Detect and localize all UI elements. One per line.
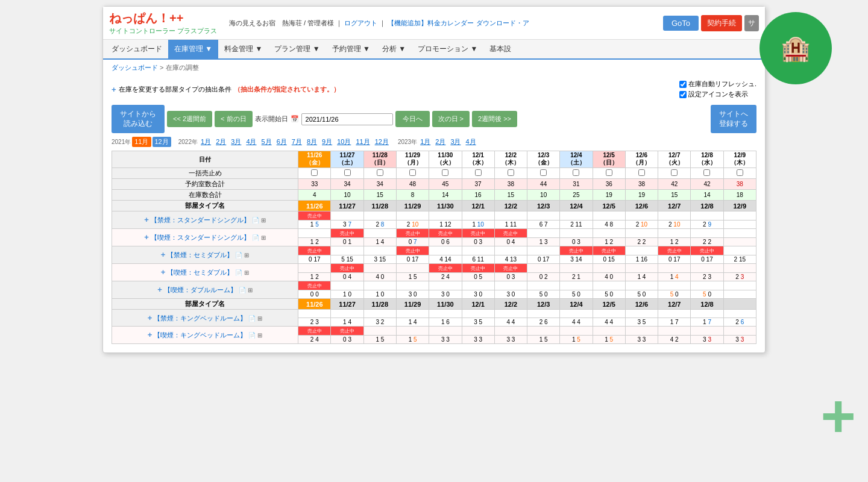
- room4-n-121[interactable]: 0 5: [462, 273, 494, 281]
- room3-n-1128[interactable]: 3 15: [363, 255, 396, 264]
- ichikatu-121[interactable]: [462, 168, 494, 179]
- room1-n-126[interactable]: 2 10: [625, 221, 658, 229]
- room1-n-123[interactable]: 6 7: [527, 221, 560, 229]
- room2-name[interactable]: 【喫煙：スタンダードシングル】: [151, 234, 250, 241]
- room7-expand-button[interactable]: +: [148, 330, 153, 339]
- contract-button[interactable]: 契約手続: [701, 15, 742, 31]
- room1-n-122[interactable]: 1 11: [494, 221, 527, 229]
- room2-expand-button[interactable]: +: [144, 233, 149, 242]
- room7-soldout-1127[interactable]: 売止中: [331, 327, 363, 336]
- room5-n-128[interactable]: 5 0: [691, 290, 723, 299]
- room6-n-1129[interactable]: 1 4: [396, 318, 429, 327]
- room1-n-121[interactable]: 1 10: [462, 221, 494, 229]
- room2-soldout-122[interactable]: 売止中: [494, 229, 527, 238]
- room3-soldout-128[interactable]: 売止中: [691, 246, 723, 255]
- 2weeks-next-button[interactable]: 2週間後 >>: [472, 111, 517, 127]
- room7-n-1126[interactable]: 2 4: [298, 336, 331, 344]
- room7-n-126[interactable]: 3 3: [625, 336, 658, 344]
- nav-dashboard[interactable]: ダッシュボード: [105, 40, 168, 58]
- room4-n-125[interactable]: 4 0: [593, 273, 625, 281]
- room2-n-1126[interactable]: 1 2: [298, 238, 331, 246]
- room6-n-1127[interactable]: 1 4: [331, 318, 363, 327]
- month-2023-4[interactable]: 4月: [464, 137, 478, 147]
- month-2022-10[interactable]: 10月: [335, 137, 353, 147]
- show-icon-checkbox[interactable]: [679, 91, 687, 98]
- room7-n-1130[interactable]: 3 3: [429, 336, 462, 344]
- filter-plus-icon[interactable]: +: [112, 85, 116, 94]
- room5-n-121[interactable]: 3 0: [462, 290, 494, 299]
- room1-n-124[interactable]: 2 11: [560, 221, 593, 229]
- room1-soldout-1126[interactable]: 売止中: [298, 211, 331, 221]
- room2-n-122[interactable]: 0 4: [494, 238, 527, 246]
- room7-n-1128[interactable]: 1 5: [363, 336, 396, 344]
- room6-n-127[interactable]: 1 7: [658, 318, 691, 327]
- room5-n-126[interactable]: 5 0: [625, 290, 658, 299]
- month-2022-12[interactable]: 12月: [373, 137, 391, 147]
- logout-link[interactable]: ログアウト: [344, 19, 377, 27]
- room6-expand-button[interactable]: +: [148, 313, 153, 322]
- room5-n-1130[interactable]: 3 0: [429, 290, 462, 299]
- room3-n-129[interactable]: 2 15: [723, 255, 756, 264]
- room7-grid-icon[interactable]: ⊞: [257, 332, 262, 339]
- room2-soldout-1129[interactable]: 売止中: [396, 229, 429, 238]
- room4-name[interactable]: 【喫煙：セミダブル】: [167, 269, 233, 276]
- register-to-site-button[interactable]: サイトへ登録する: [711, 105, 756, 133]
- nav-plans[interactable]: プラン管理 ▼: [268, 40, 326, 58]
- room1-n-1128[interactable]: 2 8: [363, 221, 396, 229]
- room5-n-124[interactable]: 5 0: [560, 290, 593, 299]
- nav-basic-settings[interactable]: 基本設: [483, 40, 517, 58]
- room4-expand-button[interactable]: +: [161, 268, 166, 277]
- room6-n-125[interactable]: 4 4: [593, 318, 625, 327]
- ichikatu-122[interactable]: [494, 168, 527, 179]
- room2-n-123[interactable]: 1 3: [527, 238, 560, 246]
- 2weeks-prev-button[interactable]: << 2週間前: [167, 111, 212, 127]
- room3-n-1130[interactable]: 4 14: [429, 255, 462, 264]
- room1-n-129[interactable]: [723, 221, 756, 229]
- room3-n-1126[interactable]: 0 17: [298, 255, 331, 264]
- nav-promotions[interactable]: プロモーション ▼: [412, 40, 483, 58]
- room4-n-1128[interactable]: 4 0: [363, 273, 396, 281]
- room2-n-129[interactable]: [723, 238, 756, 246]
- room3-doc-icon[interactable]: 📄: [235, 252, 242, 258]
- room4-n-1129[interactable]: 1 5: [396, 273, 429, 281]
- room6-n-123[interactable]: 2 6: [527, 318, 560, 327]
- room4-soldout-1127[interactable]: 売止中: [331, 264, 363, 273]
- room2-n-1127[interactable]: 0 1: [331, 238, 363, 246]
- room4-n-129[interactable]: 2 3: [723, 273, 756, 281]
- goto-button[interactable]: GoTo: [663, 16, 699, 31]
- room3-n-1129[interactable]: 0 17: [396, 255, 429, 264]
- room5-n-129[interactable]: [723, 290, 756, 299]
- room6-n-121[interactable]: 3 5: [462, 318, 494, 327]
- ichikatu-1129[interactable]: [396, 168, 429, 179]
- room6-n-124[interactable]: 4 4: [560, 318, 593, 327]
- date-input[interactable]: [301, 113, 393, 125]
- room4-grid-icon[interactable]: ⊞: [244, 269, 249, 276]
- room4-n-126[interactable]: 1 4: [625, 273, 658, 281]
- ichikatu-1130[interactable]: [429, 168, 462, 179]
- room3-n-127[interactable]: 0 17: [658, 255, 691, 264]
- prev-day-button[interactable]: < 前の日: [215, 111, 252, 127]
- ichikatu-1128[interactable]: [363, 168, 396, 179]
- room6-n-1128[interactable]: 3 2: [363, 318, 396, 327]
- room1-grid-icon[interactable]: ⊞: [261, 217, 266, 224]
- room4-soldout-1130[interactable]: 売止中: [429, 264, 462, 273]
- room6-name[interactable]: 【禁煙：キングベッドルーム】: [154, 315, 247, 322]
- ichikatu-127[interactable]: [658, 168, 691, 179]
- room3-n-128[interactable]: 0 17: [691, 255, 723, 264]
- month-2021-12[interactable]: 12月: [153, 137, 171, 147]
- room3-name[interactable]: 【禁煙：セミダブル】: [167, 251, 233, 258]
- room3-n-121[interactable]: 6 11: [462, 255, 494, 264]
- next-day-button[interactable]: 次の日 >: [432, 111, 470, 127]
- nav-analytics[interactable]: 分析 ▼: [376, 40, 412, 58]
- room1-n-1130[interactable]: 1 12: [429, 221, 462, 229]
- room7-n-123[interactable]: 1 5: [527, 336, 560, 344]
- room2-n-127[interactable]: 1 2: [658, 238, 691, 246]
- month-2022-9[interactable]: 9月: [320, 137, 334, 147]
- room2-n-1130[interactable]: 0 6: [429, 238, 462, 246]
- room7-n-122[interactable]: 3 3: [494, 336, 527, 344]
- room5-n-1127[interactable]: 1 0: [331, 290, 363, 299]
- room3-grid-icon[interactable]: ⊞: [244, 252, 249, 258]
- room7-n-129[interactable]: 3 3: [723, 336, 756, 344]
- month-2022-1[interactable]: 1月: [199, 137, 213, 147]
- room2-soldout-121[interactable]: 売止中: [462, 229, 494, 238]
